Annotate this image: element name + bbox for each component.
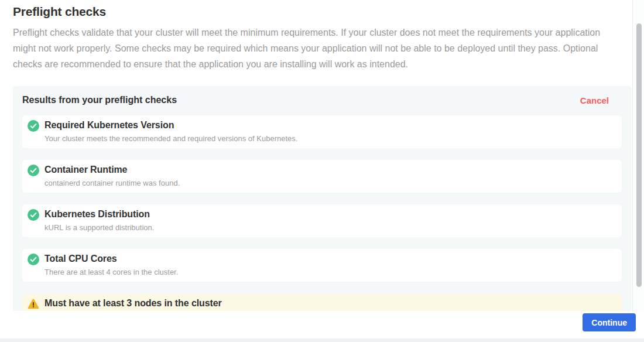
results-panel-title: Results from your preflight checks [22,94,177,106]
check-circle-icon [28,209,39,221]
check-title: Kubernetes Distribution [44,208,154,220]
results-panel: Results from your preflight checks Cance… [13,86,632,311]
check-title: Total CPU Cores [44,253,178,264]
content-right-border [632,0,633,342]
check-results-list: Required Kubernetes Version Your cluster… [22,115,622,311]
continue-button[interactable]: Continue [583,313,636,331]
check-result-text: Required Kubernetes Version Your cluster… [44,119,297,143]
check-result-row: Kubernetes Distribution kURL is a suppor… [22,204,622,237]
check-title: Required Kubernetes Version [44,119,297,131]
check-message: containerd container runtime was found. [44,179,180,187]
scrollbar-thumb[interactable] [636,23,642,287]
page-description: Preflight checks validate that your clus… [13,25,622,72]
check-circle-icon [28,120,39,132]
check-result-row: Must have at least 3 nodes in the cluste… [22,293,622,311]
check-result-row: Container Runtime containerd container r… [22,160,622,193]
check-title: Container Runtime [44,164,180,175]
check-result-text: Total CPU Cores There are at least 4 cor… [44,253,178,276]
footer-bar: Continue [0,311,644,342]
check-message: There are at least 4 cores in the cluste… [44,268,178,276]
check-result-text: Container Runtime containerd container r… [44,164,180,187]
warning-triangle-icon [28,298,39,310]
scroll-viewport: Preflight checks Preflight checks valida… [0,0,632,311]
results-panel-header: Results from your preflight checks Cance… [22,94,622,106]
check-circle-icon [28,165,39,176]
page-title: Preflight checks [13,5,632,19]
check-result-text: Must have at least 3 nodes in the cluste… [44,297,222,311]
check-result-row: Required Kubernetes Version Your cluster… [22,115,622,148]
check-result-row: Total CPU Cores There are at least 4 cor… [22,249,622,282]
cancel-link[interactable]: Cancel [580,95,609,105]
check-message: Your cluster meets the recommended and r… [44,134,297,143]
check-message: kURL is a supported distribution. [44,223,154,232]
check-result-text: Kubernetes Distribution kURL is a suppor… [44,208,154,232]
scrollbar-track[interactable] [635,0,644,342]
preflight-checks-page: Preflight checks Preflight checks valida… [0,0,644,342]
check-title: Must have at least 3 nodes in the cluste… [44,297,222,309]
bottom-strip [0,338,644,342]
check-circle-icon [28,254,39,265]
